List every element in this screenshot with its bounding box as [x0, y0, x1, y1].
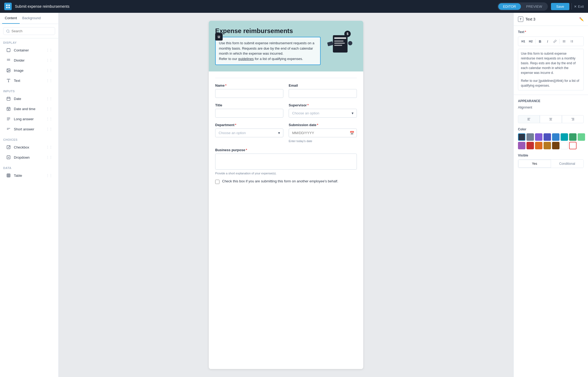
supervisor-select[interactable]: Choose an option [289, 109, 357, 118]
color-swatch-purple[interactable] [535, 133, 542, 141]
toolbar-ul-button[interactable] [561, 38, 568, 45]
form-desc-para1: Use this form to submit expense reimburs… [219, 41, 317, 56]
drag-handle-datetime[interactable]: ⋮⋮ [46, 107, 52, 111]
sidebar-item-image[interactable]: Image ⋮⋮ [3, 66, 55, 75]
toolbar-italic-button[interactable]: I [544, 38, 551, 45]
group-submission-date: Submission date* 📅 Enter today's date [289, 123, 357, 143]
tab-background[interactable]: Background [20, 13, 43, 24]
right-panel: T Text 3 ✏️ Text* H1 H2 B I [513, 13, 588, 377]
checkbox-icon [6, 145, 11, 150]
color-swatch-gold[interactable] [544, 142, 551, 149]
toolbar-h2-button[interactable]: H2 [527, 38, 534, 45]
sidebar-item-container[interactable]: Container ⋮⋮ [3, 45, 55, 55]
sidebar-item-shortans[interactable]: Short answer ⋮⋮ [3, 124, 55, 134]
toolbar-ol-button[interactable]: 123 [568, 38, 575, 45]
tab-content[interactable]: Content [2, 13, 20, 24]
align-center-button[interactable] [540, 115, 562, 123]
color-swatch-gray[interactable] [526, 133, 534, 141]
name-required: * [225, 83, 226, 87]
table-icon [6, 173, 11, 178]
sidebar-item-longans[interactable]: Long answer ⋮⋮ [3, 114, 55, 124]
toolbar-h1-button[interactable]: H1 [520, 38, 527, 45]
drag-handle-dropdown[interactable]: ⋮⋮ [46, 155, 52, 159]
guidelines-link[interactable]: guidelines [238, 57, 254, 61]
color-swatch-blue[interactable] [552, 133, 560, 141]
topbar: Submit expense reimbursements EDITOR PRE… [0, 0, 588, 13]
delete-block-button[interactable] [215, 33, 223, 41]
color-swatch-green[interactable] [569, 133, 577, 141]
svg-point-48 [563, 42, 564, 42]
alignment-buttons [518, 115, 584, 123]
visible-yes-button[interactable]: Yes [518, 160, 551, 168]
text-editor-content[interactable]: Use this form to submit expense reimburs… [518, 49, 584, 90]
canvas-area: Expense reimbursements Use this form to … [59, 13, 513, 377]
form-header-illustration: $ [325, 27, 357, 54]
form-body: Name* Email Title [209, 71, 363, 190]
department-select[interactable]: Choose an option [215, 129, 283, 137]
sidebar-item-date[interactable]: Date ⋮⋮ [3, 94, 55, 103]
toolbar-bold-button[interactable]: B [537, 38, 544, 45]
color-swatch-brown[interactable] [552, 142, 560, 149]
business-purpose-input[interactable] [215, 154, 357, 170]
drag-handle-image[interactable]: ⋮⋮ [46, 69, 52, 72]
panel-header-title: Text 3 [525, 17, 577, 21]
color-swatch-red[interactable] [526, 142, 534, 149]
color-swatch-orange[interactable] [535, 142, 542, 149]
panel-edit-button[interactable]: ✏️ [579, 17, 584, 21]
sidebar-item-dropdown[interactable]: Dropdown ⋮⋮ [3, 153, 55, 162]
search-icon [6, 29, 10, 33]
row-title-supervisor: Title Supervisor* Choose an option ▼ [215, 103, 357, 118]
editor-tab[interactable]: EDITOR [498, 3, 521, 10]
divider-icon [6, 58, 11, 63]
submission-date-input[interactable] [289, 129, 357, 137]
sidebar-item-divider[interactable]: Divider ⋮⋮ [3, 55, 55, 65]
alignment-row: Alignment [518, 106, 584, 111]
name-input[interactable] [215, 89, 283, 98]
toolbar-link-button[interactable] [552, 38, 558, 45]
drag-handle-shortans[interactable]: ⋮⋮ [46, 127, 52, 131]
color-swatch-outline[interactable] [569, 142, 577, 149]
business-purpose-hint: Provide a short explanation of your expe… [215, 172, 357, 175]
sidebar-item-datetime[interactable]: Date and time ⋮⋮ [3, 104, 55, 114]
svg-rect-37 [334, 43, 345, 44]
exit-button[interactable]: ✕ Exit [574, 5, 584, 9]
svg-point-46 [563, 40, 564, 41]
color-swatch-purple2[interactable] [518, 142, 525, 149]
appearance-label: APPEARANCE [518, 99, 584, 103]
row-dept-date: Department* Choose an option ▼ Submissio… [215, 123, 357, 143]
color-swatch-white[interactable] [561, 142, 568, 149]
color-swatch-indigo[interactable] [544, 133, 551, 141]
sidebar-item-checkbox[interactable]: Checkbox ⋮⋮ [3, 142, 55, 152]
app-title: Submit expense reimbursements [15, 4, 494, 9]
sidebar-item-label-dropdown: Dropdown [14, 155, 43, 159]
search-box [3, 27, 55, 35]
align-right-button[interactable] [562, 115, 584, 123]
drag-handle-longans[interactable]: ⋮⋮ [46, 117, 52, 121]
color-swatch-dark[interactable] [518, 133, 525, 141]
align-left-button[interactable] [518, 115, 540, 123]
svg-rect-2 [6, 7, 7, 8]
group-title: Title [215, 103, 283, 118]
svg-rect-17 [7, 107, 10, 111]
drag-handle-checkbox[interactable]: ⋮⋮ [46, 145, 52, 149]
search-input[interactable] [11, 29, 52, 33]
drag-handle-date[interactable]: ⋮⋮ [46, 97, 52, 101]
drag-handle-divider[interactable]: ⋮⋮ [46, 58, 52, 62]
color-swatch-lightgreen[interactable] [578, 133, 585, 141]
sidebar-item-table[interactable]: Table ⋮⋮ [3, 171, 55, 180]
alignment-sublabel: Alignment [518, 106, 584, 109]
save-button[interactable]: Save [551, 3, 570, 10]
drag-handle-text[interactable]: ⋮⋮ [46, 79, 52, 82]
email-input[interactable] [289, 89, 357, 98]
drag-handle-container[interactable]: ⋮⋮ [46, 48, 52, 52]
behalf-checkbox[interactable] [215, 180, 219, 184]
panel-text-label: Text* [518, 30, 584, 34]
visible-conditional-button[interactable]: Conditional [551, 160, 584, 168]
preview-tab[interactable]: PREVIEW [521, 3, 547, 10]
color-swatch-teal[interactable] [561, 133, 568, 141]
sidebar-item-text[interactable]: Text ⋮⋮ [3, 76, 55, 85]
drag-handle-table[interactable]: ⋮⋮ [46, 174, 52, 177]
panel-type-icon: T [518, 17, 523, 22]
text-block-selected[interactable]: Use this form to submit expense reimburs… [215, 37, 321, 65]
title-input[interactable] [215, 109, 283, 118]
